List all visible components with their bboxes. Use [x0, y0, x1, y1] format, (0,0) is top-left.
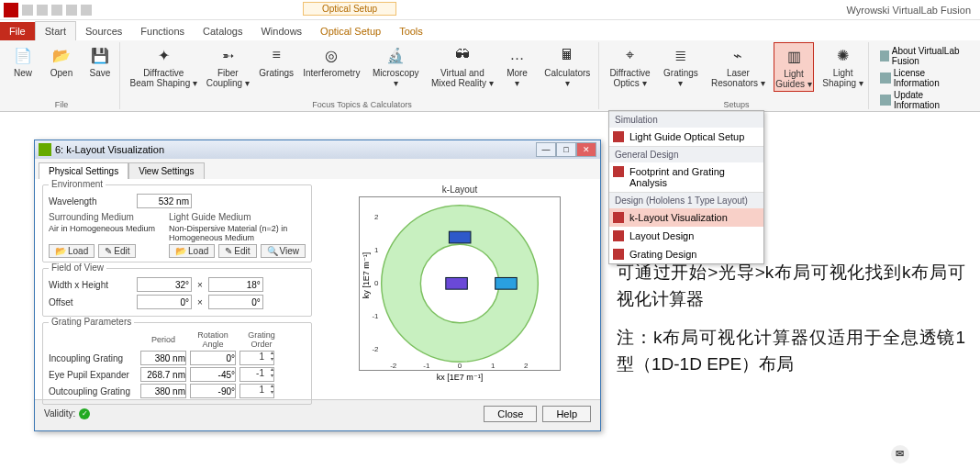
annotation-text: 可通过开始>光导>k布局可视化找到k布局可视化计算器 注：k布局可视化计算器仅适…	[617, 259, 965, 389]
rect-outcoupling	[496, 277, 518, 289]
environment-group: Environment Wavelength Surrounding Mediu…	[42, 184, 312, 262]
tab-start[interactable]: Start	[35, 21, 76, 40]
tab-functions[interactable]: Functions	[131, 22, 194, 40]
wh-label: Width x Height	[49, 280, 131, 290]
close-button[interactable]: ✕	[576, 142, 596, 157]
license-icon	[880, 73, 891, 84]
minimize-button[interactable]: —	[536, 142, 556, 157]
offset-x-input[interactable]	[137, 295, 192, 309]
update-icon	[880, 95, 891, 106]
outcoupling-order-input[interactable]: 1	[239, 384, 274, 398]
outcoupling-rot-input[interactable]	[190, 384, 236, 398]
svg-text:-2: -2	[390, 362, 397, 370]
gratings2-button[interactable]: ≣Gratings ▾	[659, 42, 703, 90]
diffractive-beam-button[interactable]: ✦Diffractive Beam Shaping ▾	[129, 42, 198, 90]
maximize-button[interactable]: □	[556, 142, 576, 157]
lg-optical-icon	[613, 131, 624, 142]
order-header: Grating Order	[239, 330, 284, 349]
qat-redo-icon[interactable]	[81, 5, 92, 16]
qat-new-icon[interactable]	[22, 5, 33, 16]
tab-physical-settings[interactable]: Physical Settings	[39, 162, 128, 179]
incoupling-order-input[interactable]: 1	[239, 351, 274, 365]
klayout-window-icon	[39, 143, 51, 156]
diffractive-optics-icon: ⌖	[619, 44, 641, 66]
license-link[interactable]: License Information	[880, 68, 971, 88]
qat-undo-icon[interactable]	[66, 5, 77, 16]
save-button[interactable]: 💾Save	[84, 42, 116, 80]
gratings-button[interactable]: ≡Gratings	[258, 42, 295, 80]
surrounding-load-button[interactable]: 📂 Load	[49, 244, 95, 258]
ribbon-group-focus: ✦Diffractive Beam Shaping ▾ ➵Fiber Coupl…	[126, 42, 599, 109]
height-input[interactable]	[208, 277, 263, 292]
menu-layout-design[interactable]: Layout Design	[609, 227, 763, 245]
light-guides-button[interactable]: ▥Light Guides ▾	[774, 42, 814, 92]
about-link[interactable]: About VirtualLab Fusion	[880, 46, 971, 66]
ribbon-group-setups: ⌖Diffractive Optics ▾ ≣Gratings ▾ ⌁Laser…	[605, 42, 869, 109]
tab-view-settings[interactable]: View Settings	[128, 162, 204, 179]
light-shaping-button[interactable]: ✺Light Shaping ▾	[821, 42, 864, 90]
ribbon-group-file: 📄New 📂Open 💾Save File	[4, 42, 120, 109]
outcoupling-period-input[interactable]	[140, 384, 186, 398]
lightguide-text: Non-Dispersive Material (n=2) in Homogen…	[169, 224, 306, 244]
grating-design-icon	[613, 249, 624, 260]
fiber-button[interactable]: ➵Fiber Coupling ▾	[206, 42, 251, 90]
epe-period-input[interactable]	[140, 367, 186, 382]
svg-text:2: 2	[374, 213, 379, 221]
grating-legend: Grating Parameters	[49, 317, 134, 327]
close-dialog-button[interactable]: Close	[484, 406, 537, 422]
diffractive-optics-button[interactable]: ⌖Diffractive Optics ▾	[608, 42, 651, 90]
klayout-icon	[613, 212, 624, 223]
qat-open-icon[interactable]	[37, 5, 48, 16]
klayout-titlebar[interactable]: 6: k-Layout Visualization — □ ✕	[35, 140, 600, 159]
help-button[interactable]: Help	[542, 406, 591, 422]
dropdown-header-simulation: Simulation	[609, 111, 763, 128]
surrounding-edit-button[interactable]: ✎ Edit	[98, 244, 136, 258]
epe-rot-input[interactable]	[190, 367, 236, 382]
menu-klayout-vis[interactable]: k-Layout Visualization	[609, 208, 763, 227]
menu-footprint[interactable]: Footprint and Grating Analysis	[609, 162, 763, 192]
update-link[interactable]: Update Information	[880, 90, 971, 110]
surrounding-header: Surrounding Medium	[49, 212, 156, 222]
offset-y-input[interactable]	[208, 295, 263, 309]
incoupling-period-input[interactable]	[140, 351, 186, 365]
menu-grating-design[interactable]: Grating Design	[609, 245, 763, 263]
tab-sources[interactable]: Sources	[76, 22, 131, 40]
tab-optical-setup[interactable]: Optical Setup	[311, 22, 390, 40]
width-input[interactable]	[137, 277, 192, 292]
calculators-button[interactable]: 🖩Calculators ▾	[540, 42, 596, 90]
y-axis-label: ky [1E7 m⁻¹]	[362, 252, 371, 299]
svg-text:-1: -1	[423, 362, 430, 370]
group-label-focus: Focus Topics & Calculators	[312, 100, 411, 109]
layout-design-icon	[613, 230, 624, 241]
svg-text:2: 2	[524, 362, 529, 370]
tab-windows[interactable]: Windows	[251, 22, 311, 40]
svg-text:1: 1	[491, 362, 496, 370]
microscopy-button[interactable]: 🔬Microscopy ▾	[368, 42, 423, 90]
tab-catalogs[interactable]: Catalogs	[194, 22, 251, 40]
more-button[interactable]: …More ▾	[502, 42, 533, 90]
watermark-icon: ✉	[891, 445, 909, 463]
tab-file[interactable]: File	[0, 22, 35, 40]
laser-icon: ⌁	[727, 44, 749, 66]
open-button[interactable]: 📂Open	[46, 42, 77, 80]
menu-lg-optical-setup[interactable]: Light Guide Optical Setup	[609, 128, 763, 146]
new-button[interactable]: 📄New	[7, 42, 39, 80]
wavelength-input[interactable]	[137, 194, 192, 208]
laser-button[interactable]: ⌁Laser Resonators ▾	[710, 42, 766, 90]
epe-order-input[interactable]: -1	[239, 367, 274, 382]
lightguide-edit-button[interactable]: ✎ Edit	[218, 244, 256, 258]
qat-save-icon[interactable]	[51, 5, 62, 16]
plot-frame: ky [1E7 m⁻¹] -2-1012 -	[359, 196, 561, 371]
more-icon: …	[507, 44, 529, 66]
diffractive-icon: ✦	[152, 44, 174, 66]
lightguide-view-button[interactable]: 🔍 View	[261, 244, 306, 258]
svg-text:0: 0	[374, 279, 379, 287]
lightguide-load-button[interactable]: 📂 Load	[169, 244, 215, 258]
klayout-tabs: Physical Settings View Settings	[35, 159, 600, 179]
interferometry-button[interactable]: ◎Interferometry	[302, 42, 361, 80]
virtual-button[interactable]: 🕶Virtual and Mixed Reality ▾	[430, 42, 494, 90]
tab-tools[interactable]: Tools	[390, 22, 432, 40]
x-axis-label: kx [1E7 m⁻¹]	[437, 373, 484, 382]
open-icon: 📂	[50, 44, 72, 66]
incoupling-rot-input[interactable]	[190, 351, 236, 365]
